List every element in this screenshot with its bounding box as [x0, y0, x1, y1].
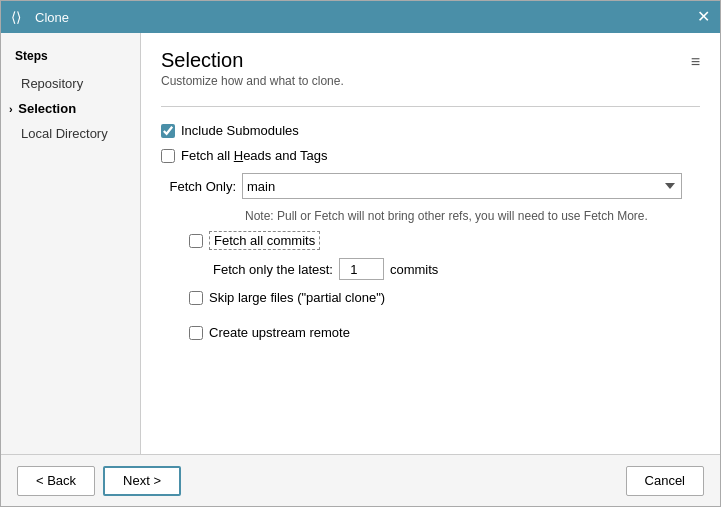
- header-divider: [161, 106, 700, 107]
- fetch-all-commits-text: Fetch all commits: [209, 231, 320, 250]
- skip-large-files-row: Skip large files ("partial clone"): [189, 290, 700, 305]
- steps-label: Steps: [1, 45, 140, 71]
- back-button[interactable]: < Back: [17, 466, 95, 496]
- form-section: Include Submodules Fetch all Heads and T…: [161, 123, 700, 454]
- fetch-note: Note: Pull or Fetch will not bring other…: [245, 209, 700, 223]
- clone-icon: ⟨⟩: [11, 9, 27, 25]
- fetch-latest-input[interactable]: [339, 258, 384, 280]
- fetch-all-heads-checkbox[interactable]: [161, 149, 175, 163]
- fetch-all-commits-row: Fetch all commits: [189, 233, 700, 248]
- fetch-only-label: Fetch Only:: [161, 179, 236, 194]
- include-submodules-row: Include Submodules: [161, 123, 700, 138]
- fetch-all-commits-label[interactable]: Fetch all commits: [209, 233, 320, 248]
- fetch-only-select[interactable]: main master develop: [242, 173, 682, 199]
- footer: < Back Next > Cancel: [1, 454, 720, 506]
- include-submodules-label[interactable]: Include Submodules: [181, 123, 299, 138]
- include-submodules-checkbox[interactable]: [161, 124, 175, 138]
- fetch-all-heads-row: Fetch all Heads and Tags: [161, 148, 700, 163]
- page-title: Selection: [161, 49, 344, 72]
- fetch-all-heads-label[interactable]: Fetch all Heads and Tags: [181, 148, 327, 163]
- commits-label: commits: [390, 262, 438, 277]
- table-icon-button[interactable]: ≡: [691, 53, 700, 71]
- sidebar: Steps Repository › Selection Local Direc…: [1, 33, 141, 454]
- footer-left-buttons: < Back Next >: [17, 466, 181, 496]
- cancel-button[interactable]: Cancel: [626, 466, 704, 496]
- fetch-heads-underline: H: [234, 148, 243, 163]
- sidebar-item-selection[interactable]: › Selection: [1, 96, 140, 121]
- skip-large-files-label[interactable]: Skip large files ("partial clone"): [209, 290, 385, 305]
- fetch-all-commits-checkbox[interactable]: [189, 234, 203, 248]
- title-bar-left: ⟨⟩ Clone: [11, 9, 69, 25]
- arrow-icon: ›: [9, 103, 13, 115]
- main-header: Selection Customize how and what to clon…: [161, 49, 700, 102]
- main-panel: Selection Customize how and what to clon…: [141, 33, 720, 454]
- fetch-only-row: Fetch Only: main master develop: [161, 173, 700, 199]
- sidebar-item-repository[interactable]: Repository: [1, 71, 140, 96]
- sidebar-item-local-directory[interactable]: Local Directory: [1, 121, 140, 146]
- fetch-latest-label: Fetch only the latest:: [213, 262, 333, 277]
- next-button[interactable]: Next >: [103, 466, 181, 496]
- content-area: Steps Repository › Selection Local Direc…: [1, 33, 720, 454]
- close-button[interactable]: ✕: [697, 9, 710, 25]
- create-upstream-label[interactable]: Create upstream remote: [209, 325, 350, 340]
- create-upstream-checkbox[interactable]: [189, 326, 203, 340]
- header-text-group: Selection Customize how and what to clon…: [161, 49, 344, 102]
- fetch-latest-row: Fetch only the latest: commits: [213, 258, 700, 280]
- clone-window: ⟨⟩ Clone ✕ Steps Repository › Selection …: [0, 0, 721, 507]
- page-subtitle: Customize how and what to clone.: [161, 74, 344, 88]
- title-bar: ⟨⟩ Clone ✕: [1, 1, 720, 33]
- window-title: Clone: [35, 10, 69, 25]
- create-upstream-row: Create upstream remote: [189, 325, 700, 340]
- skip-large-files-checkbox[interactable]: [189, 291, 203, 305]
